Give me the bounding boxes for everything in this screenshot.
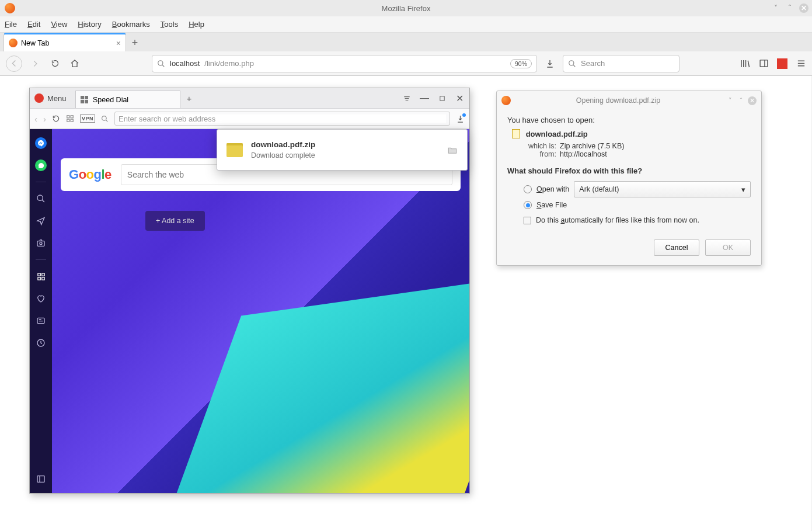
opera-sidebar	[30, 129, 52, 493]
library-icon[interactable]	[740, 58, 750, 69]
menu-view[interactable]: View	[51, 20, 67, 29]
search-bar[interactable]: Search	[563, 55, 679, 72]
vpn-badge[interactable]: VPN	[80, 114, 95, 123]
dialog-minimize-icon[interactable]: ˅	[726, 96, 734, 105]
opera-speed-dial: Google + Add a site	[52, 129, 469, 493]
svg-rect-5	[71, 116, 73, 118]
opera-address-bar: ‹ › VPN	[30, 108, 469, 129]
whatsapp-icon[interactable]	[35, 159, 47, 171]
history-icon[interactable]	[35, 337, 47, 349]
menubar: File Edit View History Bookmarks Tools H…	[0, 16, 812, 33]
dialog-prompt: What should Firefox do with this file?	[507, 166, 751, 175]
tab-new-tab[interactable]: New Tab ×	[4, 34, 126, 51]
opera-tab-speed-dial[interactable]: Speed Dial	[75, 91, 180, 108]
news-icon[interactable]	[35, 315, 47, 327]
opera-close-icon[interactable]: ✕	[453, 92, 466, 105]
svg-rect-3	[440, 96, 444, 100]
from-label: from:	[524, 150, 556, 158]
open-with-radio[interactable]	[524, 185, 532, 193]
separator	[36, 182, 46, 182]
ok-button[interactable]: OK	[705, 240, 751, 256]
back-button[interactable]	[6, 55, 22, 72]
tab-label: New Tab	[21, 39, 49, 47]
save-file-radio[interactable]	[524, 201, 532, 209]
svg-rect-14	[37, 277, 40, 279]
speed-dial-icon[interactable]	[35, 270, 47, 282]
zoom-badge[interactable]: 90%	[510, 59, 532, 68]
url-path: /link/demo.php	[204, 59, 254, 68]
dialog-close-icon[interactable]: ✕	[748, 96, 757, 105]
svg-rect-7	[71, 119, 73, 122]
open-with-app-select[interactable]: Ark (default) ▾	[574, 181, 751, 197]
sidebar-icon[interactable]	[758, 58, 769, 69]
tab-close-icon[interactable]: ×	[116, 39, 121, 48]
firefox-icon	[501, 96, 511, 105]
url-bar[interactable]: localhost/link/demo.php 90%	[152, 55, 537, 72]
auto-checkbox[interactable]	[524, 217, 531, 224]
hamburger-menu-icon[interactable]	[796, 58, 806, 69]
svg-rect-6	[67, 119, 69, 122]
forward-button[interactable]	[28, 57, 42, 71]
download-status: Download complete	[251, 151, 439, 159]
sidebar-setup-icon[interactable]	[35, 473, 47, 485]
cancel-button[interactable]: Cancel	[654, 240, 699, 256]
new-tab-button[interactable]: +	[126, 34, 144, 51]
add-site-button[interactable]: + Add a site	[145, 211, 205, 231]
window-minimize-icon[interactable]: ˅	[771, 4, 780, 13]
tab-strip: New Tab × +	[0, 33, 812, 51]
svg-rect-15	[41, 277, 44, 279]
dialog-filename: download.pdf.zip	[526, 130, 588, 138]
download-popup: download.pdf.zip Download complete	[217, 129, 468, 171]
which-is-value: Zip archive (7.5 KB)	[560, 142, 624, 150]
window-close-icon[interactable]: ✕	[799, 4, 808, 13]
dialog-title: Opening download.pdf.zip	[515, 96, 721, 105]
opera-url-field[interactable]	[119, 114, 446, 123]
flow-icon[interactable]	[35, 215, 47, 227]
home-button[interactable]	[68, 57, 82, 71]
dialog-titlebar: Opening download.pdf.zip ˅ ˆ ✕	[497, 91, 761, 110]
downloads-button[interactable]	[543, 57, 557, 71]
menu-file[interactable]: File	[5, 20, 17, 29]
bookmarks-heart-icon[interactable]	[35, 293, 47, 304]
which-is-label: which is:	[524, 142, 556, 150]
window-titlebar: Mozilla Firefox ˅ ˆ ✕	[0, 0, 812, 16]
svg-rect-18	[37, 476, 44, 483]
reload-button[interactable]	[48, 57, 62, 71]
opera-new-tab-button[interactable]: +	[180, 93, 198, 103]
messenger-icon[interactable]	[35, 137, 47, 149]
folder-icon	[226, 143, 243, 157]
snapshot-icon[interactable]	[35, 237, 47, 249]
auto-label: Do this automatically for files like thi…	[536, 216, 699, 224]
svg-rect-2	[760, 60, 768, 67]
opera-forward-button[interactable]: ›	[43, 114, 46, 124]
opera-back-button[interactable]: ‹	[34, 114, 37, 124]
chevron-down-icon: ▾	[741, 185, 745, 194]
menu-help[interactable]: Help	[189, 20, 204, 29]
speed-dial-icon	[81, 96, 89, 104]
from-value: http://localhost	[560, 150, 607, 158]
opera-titlebar: Menu Speed Dial + — ✕	[30, 88, 469, 108]
window-maximize-icon[interactable]: ˆ	[785, 4, 794, 13]
opera-tabs-menu-icon[interactable]	[400, 92, 413, 105]
svg-point-8	[102, 116, 107, 120]
opera-tiles-icon[interactable]	[66, 114, 74, 123]
svg-rect-12	[37, 273, 40, 275]
pocket-icon[interactable]	[777, 58, 787, 69]
google-logo: Google	[69, 167, 111, 182]
svg-point-0	[158, 60, 163, 65]
opera-url-input[interactable]	[114, 112, 450, 126]
opera-minimize-icon[interactable]: —	[418, 92, 431, 105]
menu-history[interactable]: History	[78, 20, 101, 29]
open-folder-button[interactable]	[447, 145, 458, 155]
menu-tools[interactable]: Tools	[161, 20, 178, 29]
toolbar: localhost/link/demo.php 90% Search	[0, 51, 812, 76]
search-icon[interactable]	[35, 193, 47, 204]
dialog-maximize-icon[interactable]: ˆ	[737, 96, 745, 105]
download-indicator-icon	[462, 113, 466, 117]
menu-bookmarks[interactable]: Bookmarks	[112, 20, 150, 29]
menu-edit[interactable]: Edit	[27, 20, 40, 29]
opera-menu-button[interactable]: Menu	[30, 88, 75, 108]
opera-downloads-button[interactable]	[456, 114, 465, 123]
opera-maximize-icon[interactable]	[435, 92, 448, 105]
opera-reload-button[interactable]	[52, 114, 60, 123]
